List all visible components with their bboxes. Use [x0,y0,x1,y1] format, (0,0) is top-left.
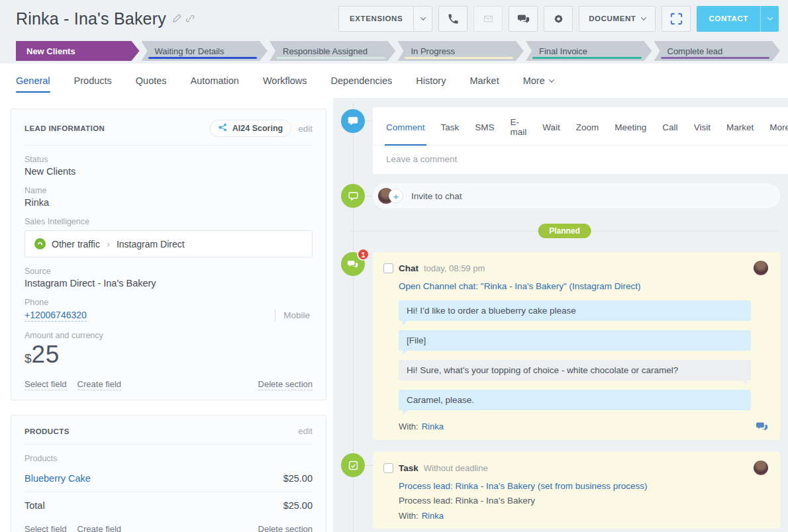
tl-tab-market[interactable]: Market [726,117,754,137]
tab-market[interactable]: Market [469,75,499,86]
task-deadline-label: Without deadline [424,463,488,473]
tab-history[interactable]: History [416,75,446,86]
stage-in-progress[interactable]: In Progress [398,41,524,61]
detail-nav-tabs: General Products Quotes Automation Workf… [0,64,788,98]
messenger-button[interactable] [509,6,538,32]
delete-section-link[interactable]: Delete section [258,524,313,532]
select-field-link[interactable]: Select field [25,524,67,532]
stage-new-clients[interactable]: New Clients [16,41,140,61]
lead-detail-column: LEAD INFORMATION AI24 Scoring edit Statu… [0,98,333,532]
tab-automation[interactable]: Automation [191,75,239,86]
process-lead-link[interactable]: Process lead: Rinka - Ina's Bakery (set … [399,481,768,491]
document-button[interactable]: DOCUMENT [579,6,656,32]
task-description: Process lead: Rinka - Ina's Bakery [399,496,768,506]
tl-tab-meeting[interactable]: Meeting [615,117,646,137]
chevron-down-icon [549,77,554,82]
edit-pencil-icon[interactable] [173,14,181,23]
with-rinka-link[interactable]: Rinka [422,511,444,521]
tl-tab-visit[interactable]: Visit [694,117,711,137]
email-button[interactable] [473,6,503,32]
phone-number-link[interactable]: +12006746320 [25,310,87,322]
with-label: With: [399,421,419,431]
chat-message: Caramel, please. [399,390,751,410]
contact-caret[interactable] [760,6,779,32]
task-checkbox[interactable] [383,463,393,473]
invite-to-chat-button[interactable]: + Invite to chat [373,183,780,208]
stage-complete-lead[interactable]: Complete lead [654,41,781,61]
chat-checkbox[interactable] [383,263,393,273]
contact-label: CONTACT [697,15,760,22]
timeline-tabs: Comment Task SMS E-mail Wait Zoom Meetin… [373,107,788,146]
lead-info-title: LEAD INFORMATION [25,124,105,132]
product-name-link[interactable]: Blueberry Cake [25,473,91,484]
timeline-column: Comment Task SMS E-mail Wait Zoom Meetin… [333,98,788,532]
create-field-link[interactable]: Create field [77,524,121,532]
chat-icon [517,13,530,25]
document-label: DOCUMENT [589,15,636,22]
with-label: With: [399,511,419,521]
tl-tab-zoom[interactable]: Zoom [576,117,599,137]
tl-tab-call[interactable]: Call [662,117,677,137]
tl-tab-task[interactable]: Task [441,117,460,137]
chat-entry-card: Chat today, 08:59 pm Open Channel chat: … [373,252,780,440]
extensions-button[interactable]: EXTENSIONS [338,6,432,32]
chat-message: Hi! Sure, what’s your topping of choice … [399,360,751,380]
tl-tab-more[interactable]: More [769,117,788,137]
extensions-label: EXTENSIONS [339,15,413,22]
tl-tab-wait[interactable]: Wait [542,117,560,137]
task-entry-title: Task [399,463,419,473]
contact-button[interactable]: CONTACT [697,6,779,32]
tab-products[interactable]: Products [74,75,112,86]
page-title: Rinka - Ina's Bakery [16,9,166,28]
stage-label: In Progress [411,46,455,56]
call-button[interactable] [438,6,468,32]
with-rinka-link[interactable]: Rinka [422,421,444,431]
chat-message: [File] [399,330,751,351]
settings-button[interactable] [544,6,573,32]
status-field: Status New Clients [25,155,313,177]
stage-final-invoice[interactable]: Final Invoice [526,41,652,61]
name-field: Name Rinka [25,186,313,208]
tab-more[interactable]: More [523,75,554,86]
stage-waiting-for-details[interactable]: Waiting for Details [142,41,268,61]
phone-type-label[interactable]: Mobile [275,309,313,322]
planned-divider: Planned [349,223,780,239]
chat-outline-icon [341,184,365,208]
ai-scoring-button[interactable]: AI24 Scoring [210,120,291,137]
phone-icon [447,13,460,25]
extensions-caret[interactable] [413,7,432,31]
delete-section-link[interactable]: Delete section [258,379,313,390]
chat-message: Hi! I’d like to order a blueberry cake p… [399,300,751,321]
tl-tab-sms[interactable]: SMS [475,117,494,137]
task-entry-card: Task Without deadline Process lead: Rink… [373,452,780,529]
create-field-link[interactable]: Create field [77,379,121,390]
stage-responsible-assigned[interactable]: Responsible Assigned [270,41,396,61]
sales-intelligence-box[interactable]: Other traffic › Instagram Direct [25,230,313,257]
open-channel-chat-link[interactable]: Open Channel chat: "Rinka - Ina's Bakery… [399,281,768,291]
products-edit-link[interactable]: edit [298,426,313,436]
product-price: $25.00 [283,473,313,484]
open-chat-icon[interactable] [756,421,768,432]
tl-tab-comment[interactable]: Comment [386,117,425,137]
lead-edit-link[interactable]: edit [298,124,313,134]
tl-tab-email[interactable]: E-mail [511,117,527,137]
traffic-source-icon [34,238,46,249]
scan-button[interactable] [662,6,691,32]
select-field-link[interactable]: Select field [25,379,67,390]
tab-quotes[interactable]: Quotes [136,75,167,86]
product-row: Blueberry Cake $25.00 [25,465,313,492]
tab-workflows[interactable]: Workflows [263,75,307,86]
ai-scoring-icon [219,123,228,134]
comment-bubble-icon [341,109,365,133]
comment-input[interactable]: Leave a comment [373,146,788,174]
total-label: Total [25,500,45,511]
stage-label: Waiting for Details [155,46,224,56]
document-caret-icon [641,15,646,20]
invite-row: + Invite to chat [333,183,788,208]
scan-expand-icon [670,13,683,25]
tab-general[interactable]: General [16,75,50,86]
tab-dependencies[interactable]: Dependencies [331,75,393,86]
unread-count-badge: 1 [357,248,369,261]
copy-link-icon[interactable] [185,14,195,23]
stage-label: Complete lead [667,46,723,56]
